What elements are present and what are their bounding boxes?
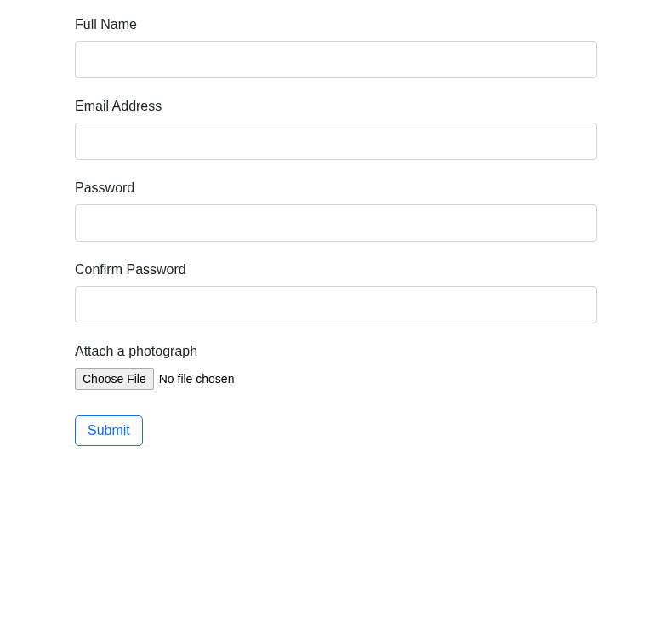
full-name-label: Full Name <box>75 17 597 32</box>
confirm-password-group: Confirm Password <box>75 262 597 323</box>
password-label: Password <box>75 180 597 196</box>
submit-button[interactable]: Submit <box>75 415 143 446</box>
email-label: Email Address <box>75 99 597 114</box>
choose-file-button[interactable]: Choose File <box>75 368 154 390</box>
full-name-group: Full Name <box>75 17 597 78</box>
password-input[interactable] <box>75 204 597 242</box>
file-input-row: Choose File No file chosen <box>75 368 597 390</box>
photo-label: Attach a photograph <box>75 344 597 359</box>
email-input[interactable] <box>75 123 597 160</box>
password-group: Password <box>75 180 597 242</box>
confirm-password-label: Confirm Password <box>75 262 597 277</box>
registration-form: Full Name Email Address Password Confirm… <box>0 0 672 480</box>
file-status-text: No file chosen <box>159 372 235 386</box>
confirm-password-input[interactable] <box>75 286 597 323</box>
photo-group: Attach a photograph Choose File No file … <box>75 344 597 390</box>
full-name-input[interactable] <box>75 41 597 78</box>
email-group: Email Address <box>75 99 597 160</box>
